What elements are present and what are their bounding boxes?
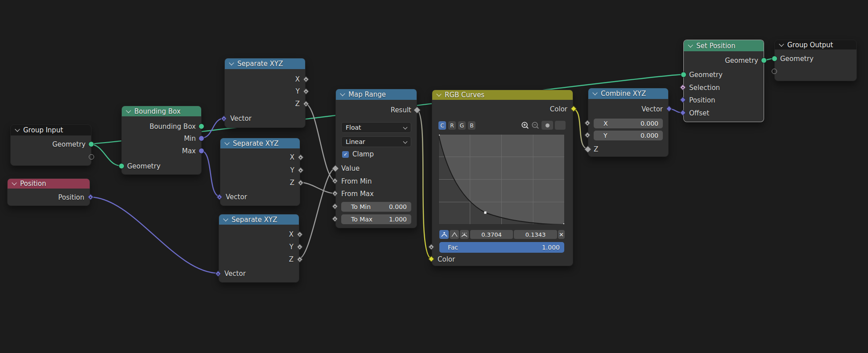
handle-auto-button[interactable] <box>439 230 449 239</box>
socket-label: Vector <box>641 105 663 113</box>
node-header[interactable]: Separate XYZ <box>225 58 305 69</box>
x-field[interactable]: X 0.000 <box>594 119 663 128</box>
socket-label: Geometry <box>127 162 161 170</box>
chevron-down-icon[interactable] <box>223 216 228 221</box>
chevron-down-icon <box>403 125 408 129</box>
socket-label: Result <box>391 106 411 114</box>
socket-label: Vector <box>226 193 247 201</box>
rgb-curves-node[interactable]: RGB Curves Color C R G B <box>432 90 573 266</box>
curve-control-point[interactable] <box>484 212 487 214</box>
chevron-down-icon[interactable] <box>224 140 229 145</box>
channel-g-button[interactable]: G <box>458 121 466 130</box>
separate-xyz-node-1[interactable]: Separate XYZ X Y Z Vector <box>224 58 306 128</box>
zoom-in-icon[interactable] <box>521 121 529 130</box>
field-value: 0.000 <box>641 132 658 139</box>
y-field[interactable]: Y 0.000 <box>594 131 663 140</box>
socket-max-output[interactable] <box>198 148 204 154</box>
to-min-field[interactable]: To Min 0.000 <box>341 202 411 212</box>
checkbox-label: Clamp <box>352 150 374 158</box>
node-title: Combine XYZ <box>601 90 646 98</box>
node-title: Separate XYZ <box>233 140 278 148</box>
socket-label: Bounding Box <box>149 123 196 131</box>
position-node[interactable]: Position Position <box>7 178 90 206</box>
node-header[interactable]: Separate XYZ <box>220 138 300 148</box>
node-link <box>201 151 220 197</box>
fac-slider[interactable]: Fac 1.000 <box>439 242 564 253</box>
to-max-field[interactable]: To Max 1.000 <box>341 214 411 224</box>
group-input-node[interactable]: Group Input Geometry <box>10 124 91 166</box>
socket-label: Position <box>689 96 715 104</box>
socket-label: From Max <box>341 190 374 198</box>
handle-auto-clamped-button[interactable] <box>460 230 469 239</box>
channel-c-button[interactable]: C <box>438 121 446 130</box>
chevron-down-icon[interactable] <box>688 42 693 47</box>
chevron-down-icon[interactable] <box>12 180 17 185</box>
socket-label: Value <box>341 164 360 172</box>
chevron-down-icon[interactable] <box>126 108 131 113</box>
socket-label: Vector <box>230 115 252 123</box>
data-type-dropdown[interactable]: Float <box>341 122 411 133</box>
node-title: Group Output <box>787 41 833 49</box>
delete-point-button[interactable]: ✕ <box>558 230 565 239</box>
socket-min-output[interactable] <box>198 135 204 141</box>
node-header[interactable]: RGB Curves <box>432 90 573 100</box>
node-title: Position <box>20 180 46 188</box>
field-value: 0.000 <box>641 120 658 127</box>
node-header[interactable]: Bounding Box <box>122 106 201 116</box>
handle-vector-button[interactable] <box>450 230 459 239</box>
socket-geometry-output[interactable] <box>88 141 94 147</box>
field-label: Y <box>603 132 608 139</box>
handle-vector-icon <box>451 232 458 237</box>
node-link <box>299 182 336 193</box>
curve-specials-menu-button[interactable] <box>555 121 566 130</box>
node-title: Set Position <box>696 42 736 50</box>
interpolation-dropdown[interactable]: Linear <box>341 136 411 147</box>
socket-geometry-input[interactable] <box>119 163 124 169</box>
socket-virtual[interactable] <box>772 69 777 74</box>
socket-label: X <box>289 230 293 238</box>
point-y-field[interactable]: 0.1343 <box>514 230 557 239</box>
node-header[interactable]: Map Range <box>336 89 417 100</box>
clipping-options-button[interactable] <box>541 121 553 130</box>
channel-r-button[interactable]: R <box>448 121 456 130</box>
socket-label: Y <box>290 166 294 174</box>
chevron-down-icon[interactable] <box>340 91 345 96</box>
socket-boundingbox-output[interactable] <box>198 123 204 129</box>
combine-xyz-node[interactable]: Combine XYZ Vector X 0.000 Y 0.000 Z <box>588 88 669 157</box>
curve-point-controls: 0.3704 0.1343 ✕ <box>439 230 565 239</box>
node-link <box>416 110 432 259</box>
group-output-node[interactable]: Group Output Geometry <box>774 40 857 81</box>
node-header[interactable]: Combine XYZ <box>588 88 668 99</box>
point-x-field[interactable]: 0.3704 <box>470 230 513 239</box>
bounding-box-node[interactable]: Bounding Box Bounding Box Min Max Geomet… <box>121 106 202 175</box>
map-range-node[interactable]: Map Range Result Float Linear ✓ Clamp Va… <box>335 89 417 228</box>
field-label: To Max <box>351 216 372 223</box>
chevron-down-icon[interactable] <box>229 60 234 65</box>
node-header[interactable]: Group Output <box>775 40 856 49</box>
zoom-out-icon[interactable] <box>531 121 540 130</box>
socket-label: Color <box>438 255 455 263</box>
chevron-down-icon[interactable] <box>436 91 441 96</box>
field-value: 0.000 <box>389 203 407 210</box>
node-header[interactable]: Set Position <box>684 40 764 51</box>
node-header[interactable]: Separate XYZ <box>219 214 299 225</box>
node-link <box>89 197 219 273</box>
checkbox-checked-icon[interactable]: ✓ <box>342 151 349 158</box>
set-position-node[interactable]: Set Position Geometry Geometry Selection… <box>683 40 764 122</box>
separate-xyz-node-2[interactable]: Separate XYZ X Y Z Vector <box>220 138 300 206</box>
chevron-down-icon[interactable] <box>15 127 20 131</box>
socket-geometry-input[interactable] <box>681 72 686 78</box>
socket-virtual[interactable] <box>89 154 94 160</box>
curve-widget[interactable] <box>438 134 565 225</box>
socket-geometry-input[interactable] <box>772 56 777 62</box>
node-editor-canvas[interactable]: Group Input Geometry Position Position B… <box>0 0 868 353</box>
node-header[interactable]: Group Input <box>11 125 91 135</box>
chevron-down-icon[interactable] <box>592 90 597 95</box>
socket-label: Geometry <box>780 55 814 63</box>
chevron-down-icon[interactable] <box>779 41 784 46</box>
socket-geometry-output[interactable] <box>761 57 767 63</box>
separate-xyz-node-3[interactable]: Separate XYZ X Y Z Vector <box>219 214 299 283</box>
socket-label: Geometry <box>52 140 86 148</box>
node-header[interactable]: Position <box>8 179 90 189</box>
channel-b-button[interactable]: B <box>468 121 475 130</box>
